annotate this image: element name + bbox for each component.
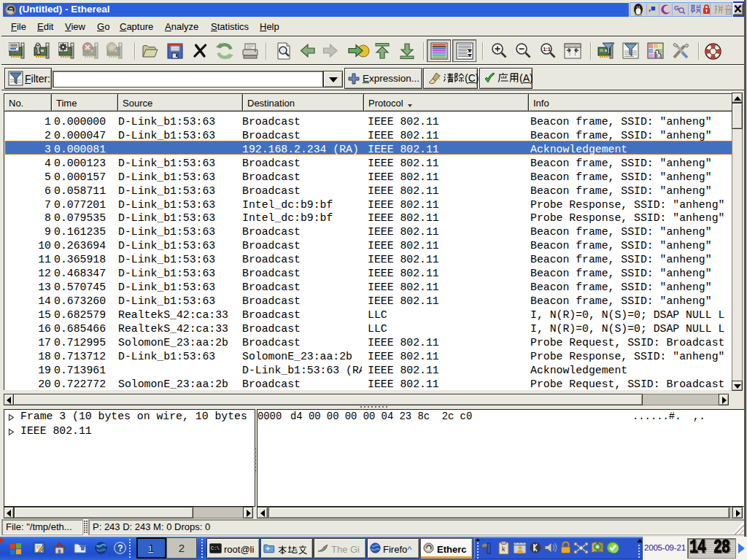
svg-text:C:\: C:\ xyxy=(211,546,220,551)
svg-text:k: k xyxy=(502,546,506,553)
svg-text:G: G xyxy=(674,4,679,12)
svg-text:1:1: 1:1 xyxy=(543,46,551,52)
svg-text:?: ? xyxy=(117,543,123,553)
